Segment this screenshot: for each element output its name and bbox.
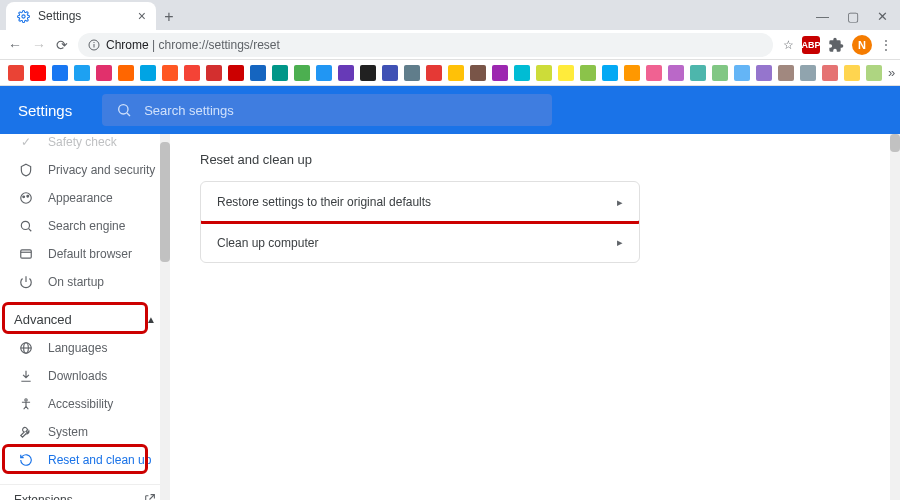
power-icon	[18, 275, 34, 289]
bookmark-favicon[interactable]	[426, 65, 442, 81]
svg-rect-3	[94, 42, 95, 43]
window-titlebar: Settings × + — ▢ ✕	[0, 0, 900, 30]
bookmark-favicon[interactable]	[360, 65, 376, 81]
bookmark-favicon[interactable]	[756, 65, 772, 81]
back-button[interactable]: ←	[8, 37, 22, 53]
bookmark-favicon[interactable]	[316, 65, 332, 81]
bookmark-favicon[interactable]	[272, 65, 288, 81]
bookmark-favicon[interactable]	[8, 65, 24, 81]
shield-icon	[18, 163, 34, 177]
bookmark-favicon[interactable]	[646, 65, 662, 81]
new-tab-button[interactable]: +	[156, 4, 182, 30]
bookmark-favicon[interactable]	[470, 65, 486, 81]
bookmark-favicon[interactable]	[734, 65, 750, 81]
main-scrollbar-thumb[interactable]	[890, 134, 900, 152]
forward-button[interactable]: →	[32, 37, 46, 53]
sidebar-item-label: On startup	[48, 275, 104, 289]
sidebar-item-system[interactable]: System	[0, 418, 170, 446]
bookmark-favicon[interactable]	[338, 65, 354, 81]
sidebar-item-languages[interactable]: Languages	[0, 334, 170, 362]
sidebar-item-safety-check[interactable]: ✓ Safety check	[0, 128, 170, 156]
bookmark-favicon[interactable]	[712, 65, 728, 81]
sidebar-item-label: Appearance	[48, 191, 113, 205]
bookmark-favicon[interactable]	[30, 65, 46, 81]
row-label: Restore settings to their original defau…	[217, 195, 431, 209]
bookmark-favicon[interactable]	[668, 65, 684, 81]
sidebar-extensions-link[interactable]: Extensions	[0, 484, 170, 500]
profile-avatar[interactable]: N	[852, 35, 872, 55]
sidebar-item-label: Search engine	[48, 219, 125, 233]
advanced-section-toggle[interactable]: Advanced ▲	[0, 304, 170, 334]
bookmarks-bar: »	[0, 60, 900, 86]
bookmarks-overflow-icon[interactable]: »	[888, 65, 895, 80]
sidebar-item-privacy[interactable]: Privacy and security	[0, 156, 170, 184]
abp-extension-icon[interactable]: ABP	[802, 36, 820, 54]
bookmark-favicon[interactable]	[118, 65, 134, 81]
bookmark-favicon[interactable]	[536, 65, 552, 81]
star-bookmark-icon[interactable]: ☆	[783, 38, 794, 52]
sidebar-item-label: Extensions	[14, 493, 73, 501]
bookmark-favicon[interactable]	[778, 65, 794, 81]
settings-header: Settings	[0, 86, 900, 134]
sidebar-item-label: Privacy and security	[48, 163, 155, 177]
sidebar-item-reset[interactable]: Reset and clean up	[0, 446, 170, 474]
omnibox[interactable]: Chrome | chrome://settings/reset	[78, 33, 773, 57]
bookmark-favicon[interactable]	[800, 65, 816, 81]
close-window-icon[interactable]: ✕	[877, 9, 888, 24]
sidebar-item-on-startup[interactable]: On startup	[0, 268, 170, 296]
kebab-menu-icon[interactable]: ⋮	[880, 38, 892, 52]
bookmark-favicon[interactable]	[558, 65, 574, 81]
bookmark-favicon[interactable]	[74, 65, 90, 81]
bookmark-favicon[interactable]	[162, 65, 178, 81]
minimize-icon[interactable]: —	[816, 9, 829, 24]
sidebar-item-label: Downloads	[48, 369, 107, 383]
settings-card: Restore settings to their original defau…	[200, 181, 640, 263]
sidebar-item-downloads[interactable]: Downloads	[0, 362, 170, 390]
svg-point-0	[21, 14, 24, 17]
section-heading: Reset and clean up	[200, 152, 870, 167]
bookmark-favicon[interactable]	[206, 65, 222, 81]
bookmark-favicon[interactable]	[624, 65, 640, 81]
bookmark-favicon[interactable]	[492, 65, 508, 81]
sidebar-item-appearance[interactable]: Appearance	[0, 184, 170, 212]
address-bar: ← → ⟳ Chrome | chrome://settings/reset ☆…	[0, 30, 900, 60]
close-tab-icon[interactable]: ×	[138, 8, 146, 24]
search-settings-field[interactable]	[102, 94, 552, 126]
bookmark-favicon[interactable]	[294, 65, 310, 81]
bookmark-favicon[interactable]	[52, 65, 68, 81]
sidebar-item-label: System	[48, 425, 88, 439]
bookmark-favicon[interactable]	[514, 65, 530, 81]
sidebar-item-search-engine[interactable]: Search engine	[0, 212, 170, 240]
maximize-icon[interactable]: ▢	[847, 9, 859, 24]
bookmark-favicon[interactable]	[448, 65, 464, 81]
sidebar-item-accessibility[interactable]: Accessibility	[0, 390, 170, 418]
search-input[interactable]	[144, 103, 538, 118]
sidebar-scrollbar-thumb[interactable]	[160, 142, 170, 262]
bookmark-favicon[interactable]	[250, 65, 266, 81]
sidebar-item-default-browser[interactable]: Default browser	[0, 240, 170, 268]
bookmark-favicon[interactable]	[866, 65, 882, 81]
bookmark-favicon[interactable]	[822, 65, 838, 81]
row-label: Clean up computer	[217, 236, 318, 250]
section-label: Advanced	[14, 312, 72, 327]
bookmark-favicon[interactable]	[140, 65, 156, 81]
bookmark-favicon[interactable]	[580, 65, 596, 81]
clean-up-computer-row[interactable]: Clean up computer ▸	[201, 222, 639, 262]
bookmark-favicon[interactable]	[184, 65, 200, 81]
bookmark-favicon[interactable]	[228, 65, 244, 81]
restore-defaults-row[interactable]: Restore settings to their original defau…	[201, 182, 639, 222]
svg-line-10	[29, 229, 32, 232]
reload-button[interactable]: ⟳	[56, 37, 68, 53]
browser-tab[interactable]: Settings ×	[6, 2, 156, 30]
bookmark-favicon[interactable]	[404, 65, 420, 81]
chevron-up-icon: ▲	[146, 314, 156, 325]
site-info-icon[interactable]	[88, 39, 100, 51]
bookmark-favicon[interactable]	[382, 65, 398, 81]
bookmark-favicon[interactable]	[690, 65, 706, 81]
sidebar-item-label: Default browser	[48, 247, 132, 261]
svg-rect-2	[94, 44, 95, 48]
bookmark-favicon[interactable]	[96, 65, 112, 81]
bookmark-favicon[interactable]	[844, 65, 860, 81]
extensions-puzzle-icon[interactable]	[828, 37, 844, 53]
bookmark-favicon[interactable]	[602, 65, 618, 81]
